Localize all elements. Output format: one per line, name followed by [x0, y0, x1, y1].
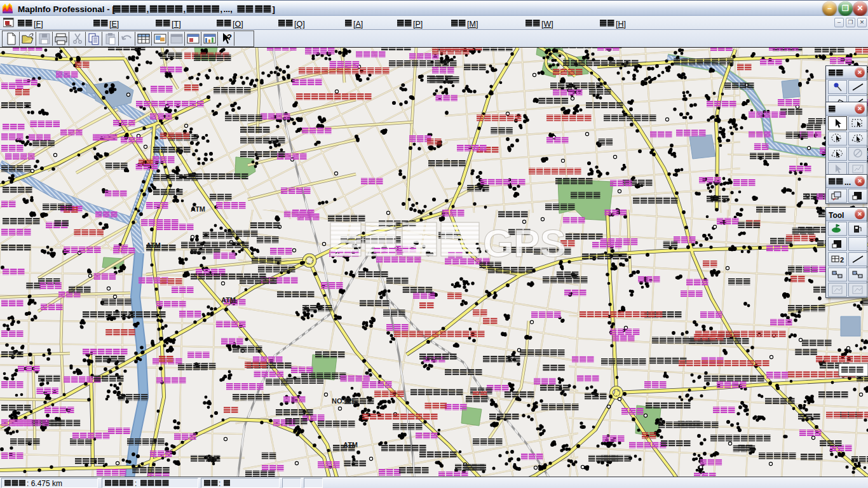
svg-text::: :	[135, 479, 137, 488]
svg-text:]: ]	[272, 4, 275, 14]
svg-text:ATM: ATM	[343, 441, 358, 449]
svg-text:[A]: [A]	[353, 20, 363, 29]
svg-text:2: 2	[840, 256, 844, 264]
svg-text:[M]: [M]	[467, 20, 478, 29]
svg-text:,: ,	[184, 4, 186, 14]
svg-text:Tool: Tool	[829, 211, 844, 220]
svg-text:...: ...	[844, 178, 851, 187]
svg-text:[Q]: [Q]	[294, 20, 305, 29]
svg-text:ATM: ATM	[146, 241, 161, 249]
svg-text:GPS: GPS	[483, 221, 566, 265]
svg-text:MapInfo Professional - [: MapInfo Professional - [	[18, 4, 116, 14]
svg-text:ATM: ATM	[191, 205, 205, 213]
svg-text:[T]: [T]	[172, 20, 181, 29]
svg-text:[H]: [H]	[616, 20, 626, 29]
svg-text:ATM: ATM	[221, 296, 236, 304]
svg-text:,: ,	[220, 4, 222, 14]
svg-text:...,: ...,	[223, 4, 232, 14]
svg-text:[O]: [O]	[233, 20, 243, 29]
svg-text:: 6.475 km: : 6.475 km	[27, 479, 62, 488]
svg-text:[W]: [W]	[541, 20, 553, 29]
svg-text:?: ?	[227, 32, 232, 42]
svg-text::: :	[219, 479, 220, 488]
svg-text:,: ,	[147, 4, 149, 14]
svg-text:[E]: [E]	[109, 20, 119, 29]
svg-text:[P]: [P]	[413, 20, 423, 29]
svg-text:[F]: [F]	[34, 20, 43, 29]
